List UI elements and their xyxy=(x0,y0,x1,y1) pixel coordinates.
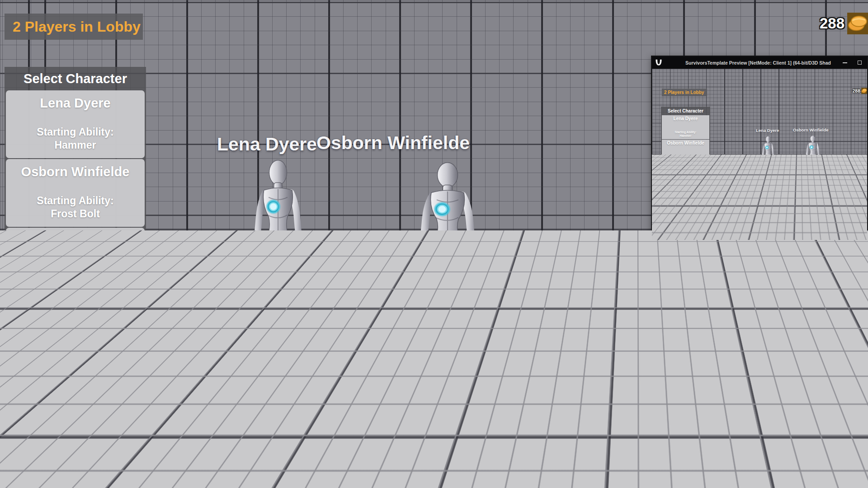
ability-value: Lightning xyxy=(52,277,99,288)
character-name: Lena Dyere xyxy=(674,116,698,121)
minimize-button[interactable] xyxy=(839,56,851,69)
client-character-select-title: Select Character xyxy=(661,107,710,115)
ability-value: Lightning xyxy=(679,183,693,186)
character-model-osborn xyxy=(407,157,488,334)
client-viewport: Lena Dyere Osborn Winfielde 2 Players in… xyxy=(652,69,867,240)
client-character-card-lena[interactable]: Lena Dyere Starting Ability: Hammer xyxy=(662,115,709,139)
character-ability: Starting Ability: Frost Bolt xyxy=(37,194,113,221)
client-character-card-osborn[interactable]: Osborn Winfielde Starting Ability: Frost… xyxy=(662,140,709,164)
ability-value: Frost Bolt xyxy=(51,208,100,220)
client-character-select-panel: Select Character Lena Dyere Starting Abi… xyxy=(661,107,710,235)
character-ability: Starting Ability: Lightning xyxy=(37,263,113,289)
launch-game-button[interactable]: Launch Game xyxy=(391,399,506,444)
character-name: Eadwulf Fury xyxy=(671,165,700,170)
unreal-logo-icon xyxy=(655,59,663,67)
window-titlebar[interactable]: SurvivorsTemplate Preview [NetMode: Clie… xyxy=(652,56,867,69)
lobby-screen: Lena Dyere Osborn Winfielde 2 Players in… xyxy=(0,0,868,488)
window-title: SurvivorsTemplate Preview [NetMode: Clie… xyxy=(675,60,842,66)
character-card-eadwulf[interactable]: Eadwulf Fury Starting Ability: Lightning xyxy=(6,228,145,296)
maximize-button[interactable] xyxy=(854,56,865,69)
client-character-model-lena xyxy=(760,135,777,178)
character-select-title: Select Character xyxy=(5,67,146,90)
map-select-title: Select Map xyxy=(185,378,303,397)
character-name: Eadwulf Fury xyxy=(34,233,116,248)
ability-label: Starting Ability: xyxy=(37,126,113,138)
character-ability: Starting Ability: Frost Bolt xyxy=(675,155,696,162)
client-players-in-lobby-badge: 2 Players in Lobby xyxy=(662,89,707,96)
ability-label: Starting Ability: xyxy=(37,195,113,206)
ability-label: Starting Ability: xyxy=(37,263,113,275)
waiting-on-host-status: Waiting on host to start game xyxy=(731,202,808,206)
client-coin-counter: 288 xyxy=(852,88,867,94)
character-card-lena[interactable]: Lena Dyere Starting Ability: Hammer xyxy=(6,90,145,158)
character-name: Lena Dyere xyxy=(40,96,110,111)
ability-label: Starting Ability: xyxy=(675,131,696,134)
banner-line1: Lobby system xyxy=(674,384,854,407)
caret-down-icon xyxy=(285,409,292,413)
coin-stack-icon xyxy=(847,13,868,34)
client-coin-count: 288 xyxy=(852,88,860,94)
coin-count: 288 xyxy=(820,15,844,32)
ability-value: Hammer xyxy=(679,134,691,137)
character-ability: Starting Ability: Hammer xyxy=(37,126,113,152)
character-select-panel: Select Character Lena Dyere Starting Abi… xyxy=(5,67,146,431)
players-in-lobby-badge: 2 Players in Lobby xyxy=(5,14,143,40)
ability-label: Starting Ability: xyxy=(675,155,696,158)
player-name-label: Lena Dyere xyxy=(217,134,317,155)
map-dropdown-value: M_Demo xyxy=(197,404,242,417)
player-name-label: Osborn Winfielde xyxy=(316,132,470,154)
client-player-name-label: Lena Dyere xyxy=(756,128,779,133)
coin-counter: 288 xyxy=(820,13,868,34)
coin-stack-icon xyxy=(861,88,867,94)
maximize-icon xyxy=(858,61,862,65)
character-name: Osborn Winfielde xyxy=(21,164,130,179)
players-in-lobby-text: 2 Players in Lobby xyxy=(13,19,141,35)
character-ability: Starting Ability: Lightning xyxy=(675,179,696,187)
client-character-card-eadwulf[interactable]: Eadwulf Fury Starting Ability: Lightning xyxy=(662,164,709,188)
character-ability: Starting Ability: Hammer xyxy=(675,131,696,138)
ability-value: Frost Bolt xyxy=(679,159,693,162)
ability-label: Starting Ability: xyxy=(675,179,696,183)
client-character-model-osborn xyxy=(803,134,823,178)
character-name: Osborn Winfielde xyxy=(667,141,704,145)
map-dropdown[interactable]: M_Demo xyxy=(189,398,299,423)
banner-line2: included xyxy=(674,407,854,430)
ability-value: Hammer xyxy=(54,139,96,151)
minimize-icon xyxy=(843,62,847,63)
character-card-osborn[interactable]: Osborn Winfielde Starting Ability: Frost… xyxy=(6,159,145,227)
client-player-name-label: Osborn Winfielde xyxy=(793,127,829,132)
map-select-panel: Select Map M_Demo xyxy=(185,378,303,425)
client-players-in-lobby-text: 2 Players in Lobby xyxy=(664,90,704,95)
banner-text: Lobby system included xyxy=(674,384,854,430)
client-preview-window: SurvivorsTemplate Preview [NetMode: Clie… xyxy=(651,56,868,241)
character-model-lena xyxy=(243,155,313,332)
